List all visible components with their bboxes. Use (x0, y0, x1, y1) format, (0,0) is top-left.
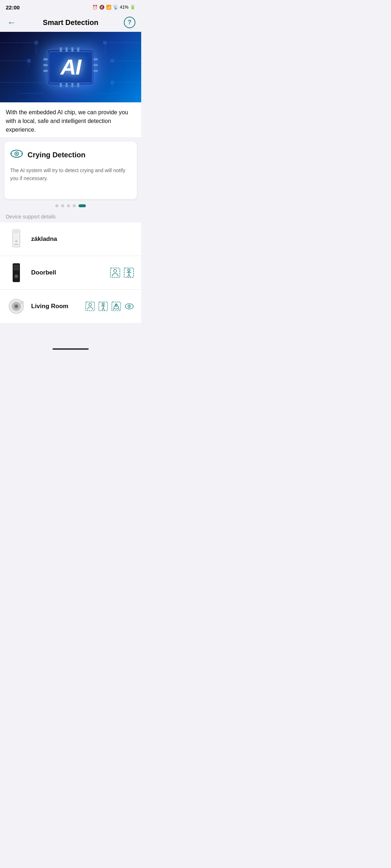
ai-chip-graphic: AI (45, 42, 96, 93)
human-body-icon (124, 268, 134, 278)
svg-point-34 (16, 153, 17, 154)
svg-point-46 (114, 269, 117, 272)
feature-card-header: Crying Detection (10, 149, 131, 161)
svg-point-48 (128, 269, 130, 271)
dot-2[interactable] (61, 204, 64, 207)
svg-point-40 (15, 240, 17, 242)
feature-card-icon (10, 149, 23, 161)
camera-icon (7, 295, 25, 317)
svg-rect-21 (60, 83, 62, 87)
dot-1[interactable] (55, 204, 58, 207)
signal-icon: 📡 (113, 5, 118, 10)
svg-rect-28 (93, 58, 98, 60)
svg-line-65 (103, 308, 105, 311)
status-bar: 22:00 ⏰ 🔇 📶 📡 41% 🔋 (0, 0, 141, 13)
svg-rect-15 (110, 59, 114, 63)
doorbell-features (110, 268, 134, 278)
dot-4[interactable] (73, 204, 76, 207)
battery-level: 41% (120, 5, 129, 10)
device-row-living-room: Living Room (0, 290, 141, 323)
person-icon-lr (85, 302, 95, 311)
svg-rect-38 (14, 231, 18, 233)
feature-card-description: The AI system will try to detect crying … (10, 166, 131, 183)
svg-rect-39 (14, 244, 18, 245)
svg-rect-26 (43, 64, 48, 66)
svg-rect-19 (71, 47, 73, 52)
svg-rect-27 (43, 70, 48, 72)
svg-point-68 (115, 304, 117, 306)
help-button[interactable]: ? (124, 17, 135, 28)
svg-rect-23 (71, 83, 73, 87)
svg-line-70 (119, 309, 119, 310)
bottom-spacer (0, 323, 141, 345)
doorbell-icon (7, 262, 25, 284)
device-name-zakladna: základna (31, 235, 134, 243)
svg-rect-12 (34, 41, 38, 44)
svg-line-52 (129, 275, 130, 277)
svg-rect-29 (93, 64, 98, 66)
status-time: 22:00 (6, 4, 20, 10)
feature-card: Crying Detection The AI system will try … (4, 141, 137, 199)
svg-rect-13 (27, 59, 31, 63)
svg-rect-14 (103, 41, 107, 44)
ai-label: AI (60, 55, 81, 80)
home-indicator (52, 348, 89, 350)
status-icons: ⏰ 🔇 📶 📡 41% 🔋 (92, 5, 135, 10)
svg-point-59 (89, 303, 91, 306)
mute-icon: 🔇 (99, 5, 105, 10)
svg-rect-24 (77, 83, 79, 87)
dot-5-active[interactable] (79, 204, 86, 207)
ai-banner: AI (0, 32, 141, 102)
svg-point-61 (102, 303, 104, 305)
battery-icon: 🔋 (130, 5, 135, 10)
back-button[interactable]: ← (6, 16, 17, 29)
device-name-doorbell: Doorbell (31, 269, 110, 276)
svg-rect-25 (43, 58, 48, 60)
svg-line-64 (102, 308, 103, 311)
device-name-living-room: Living Room (31, 303, 85, 310)
svg-rect-30 (93, 70, 98, 72)
pet-detection-icon (112, 302, 121, 311)
home-indicator-bar (0, 345, 141, 352)
svg-rect-20 (77, 47, 79, 52)
person-detection-icon (110, 268, 120, 278)
svg-rect-22 (66, 83, 68, 87)
svg-line-69 (113, 309, 114, 310)
svg-rect-18 (66, 47, 68, 52)
svg-point-56 (16, 306, 17, 307)
svg-point-73 (129, 306, 130, 307)
alarm-icon: ⏰ (92, 5, 98, 10)
svg-rect-42 (13, 265, 19, 271)
base-station-icon (7, 228, 25, 250)
svg-rect-57 (21, 301, 24, 303)
carousel-dots (0, 199, 141, 211)
eye-detection-icon (125, 302, 134, 311)
svg-line-51 (127, 275, 129, 277)
feature-card-title: Crying Detection (28, 151, 85, 159)
dot-3[interactable] (67, 204, 70, 207)
device-row-zakladna: základna (0, 222, 141, 256)
human-body-icon-lr (98, 302, 108, 311)
svg-point-44 (16, 276, 17, 277)
section-label: Device support details (0, 211, 141, 222)
ai-description: With the embedded AI chip, we can provid… (0, 102, 141, 137)
wifi-icon: 📶 (106, 5, 112, 10)
device-support-section: Device support details základna (0, 211, 141, 323)
devices-list: základna Doorbell (0, 222, 141, 323)
page-title: Smart Detection (43, 18, 98, 27)
device-row-doorbell: Doorbell (0, 256, 141, 290)
app-header: ← Smart Detection ? (0, 13, 141, 32)
svg-rect-16 (110, 81, 114, 84)
living-room-features (85, 302, 134, 311)
svg-rect-17 (60, 47, 62, 52)
